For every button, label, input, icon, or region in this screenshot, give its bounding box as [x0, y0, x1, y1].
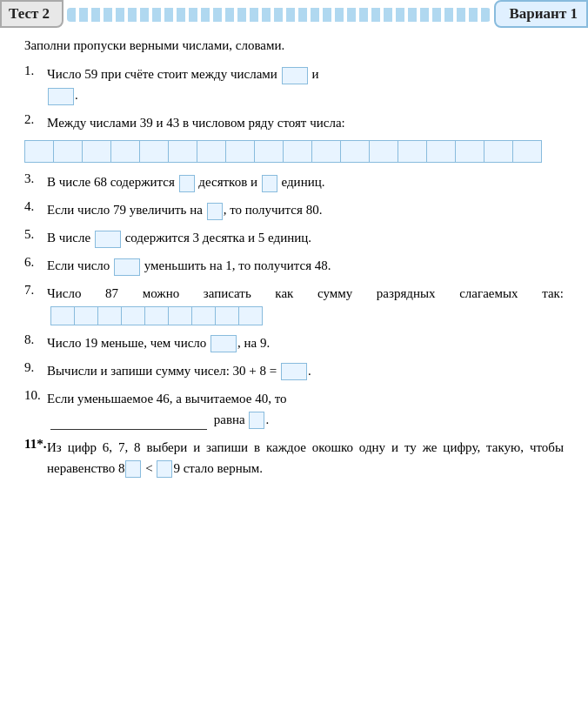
q2-cell[interactable] [426, 140, 456, 163]
q2-cell[interactable] [340, 140, 370, 163]
instruction-text: Заполни пропуски верными числами, словам… [24, 38, 284, 52]
q3-box2[interactable] [262, 175, 277, 192]
q2-cell[interactable] [168, 140, 197, 163]
q9-box1[interactable] [281, 363, 307, 380]
question-10: 10. Если уменьшаемое 46, а вычитаемое 40… [24, 388, 564, 430]
q1-box2[interactable] [48, 88, 74, 105]
q7-cell[interactable] [215, 306, 239, 325]
q2-cell[interactable] [225, 140, 255, 163]
dots-pattern [67, 8, 490, 22]
q2-cell[interactable] [512, 140, 542, 163]
q2-cell[interactable] [398, 140, 427, 163]
question-4: 4. Если число 79 увеличить на , то получ… [24, 199, 564, 220]
question-3: 3. В числе 68 содержится десятков и един… [24, 171, 564, 192]
q7-cell[interactable] [168, 306, 192, 325]
q2-cell[interactable] [369, 140, 398, 163]
q10-box1[interactable] [249, 412, 264, 429]
q2-cell[interactable] [139, 140, 169, 163]
q7-cell[interactable] [50, 306, 75, 325]
q7-cell[interactable] [74, 306, 98, 325]
q2-cell[interactable] [484, 140, 513, 163]
question-7: 7. Число 87 можно записать как сумму раз… [24, 283, 564, 325]
q4-text: Если число 79 увеличить на , то получитс… [47, 199, 564, 220]
test-badge: Тест 2 [0, 0, 63, 28]
q1-num: 1. [24, 64, 47, 105]
header-decoration [63, 0, 493, 30]
q8-num: 8. [24, 332, 47, 353]
q2-cell[interactable] [82, 140, 111, 163]
q2-cell[interactable] [53, 140, 83, 163]
q10-underline[interactable] [50, 429, 207, 430]
question-8: 8. Число 19 меньше, чем число , на 9. [24, 332, 564, 353]
q2-cell[interactable] [110, 140, 140, 163]
q7-num: 7. [24, 283, 47, 325]
q3-num: 3. [24, 171, 47, 192]
q1-text: Число 59 при счёте стоит между числами и… [47, 64, 564, 105]
q8-text: Число 19 меньше, чем число , на 9. [47, 332, 564, 353]
q4-num: 4. [24, 199, 47, 220]
page-header: Тест 2 Вариант 1 [0, 0, 588, 30]
main-content: Заполни пропуски верными числами, словам… [0, 38, 588, 499]
q7-cell[interactable] [121, 306, 145, 325]
q4-box1[interactable] [207, 203, 223, 220]
q7-cell[interactable] [144, 306, 169, 325]
q5-box1[interactable] [95, 231, 121, 248]
q7-text: Число 87 можно записать как сумму разряд… [47, 283, 564, 325]
q9-num: 9. [24, 360, 47, 381]
test-label: Тест 2 [9, 5, 50, 22]
q10-text: Если уменьшаемое 46, а вычитаемое 40, то… [47, 388, 564, 430]
instruction: Заполни пропуски верными числами, словам… [24, 38, 564, 53]
question-9: 9. Вычисли и запиши сумму чисел: 30 + 8 … [24, 360, 564, 381]
question-1: 1. Число 59 при счёте стоит между числам… [24, 64, 564, 105]
q3-box1[interactable] [179, 175, 195, 192]
q6-box1[interactable] [114, 258, 140, 276]
q7-cell[interactable] [238, 306, 263, 325]
q5-text: В числе содержится 3 десятка и 5 единиц. [47, 227, 564, 248]
q7-sum-boxes [50, 306, 262, 325]
question-11: 11*. Из цифр 6, 7, 8 выбери и запиши в к… [24, 437, 564, 479]
q2-cell[interactable] [311, 140, 341, 163]
q2-cell[interactable] [254, 140, 284, 163]
question-2: 2. Между числами 39 и 43 в числовом ряду… [24, 112, 564, 133]
q6-text: Если число уменьшить на 1, то получится … [47, 255, 564, 276]
q11-text: Из цифр 6, 7, 8 выбери и запиши в каждое… [47, 437, 564, 479]
q6-num: 6. [24, 255, 47, 276]
q2-cell[interactable] [24, 140, 54, 163]
q2-cell[interactable] [455, 140, 484, 163]
q3-text: В числе 68 содержится десятков и единиц. [47, 171, 564, 192]
question-5: 5. В числе содержится 3 десятка и 5 един… [24, 227, 564, 248]
q8-box1[interactable] [210, 335, 237, 352]
q2-text: Между числами 39 и 43 в числовом ряду ст… [47, 112, 564, 133]
q2-number-row [24, 140, 564, 163]
q7-cell[interactable] [191, 306, 216, 325]
q2-num: 2. [24, 112, 47, 133]
variant-badge: Вариант 1 [494, 0, 588, 28]
q11-box2[interactable] [157, 460, 172, 478]
q2-cell[interactable] [197, 140, 226, 163]
q7-cell[interactable] [97, 306, 122, 325]
q10-num: 10. [24, 388, 47, 430]
q11-box1[interactable] [125, 460, 141, 478]
q9-text: Вычисли и запиши сумму чисел: 30 + 8 = . [47, 360, 564, 381]
question-6: 6. Если число уменьшить на 1, то получит… [24, 255, 564, 276]
q2-cell[interactable] [283, 140, 312, 163]
variant-label: Вариант 1 [510, 5, 578, 22]
q11-num: 11*. [24, 437, 47, 479]
q1-box1[interactable] [282, 67, 308, 84]
q5-num: 5. [24, 227, 47, 248]
